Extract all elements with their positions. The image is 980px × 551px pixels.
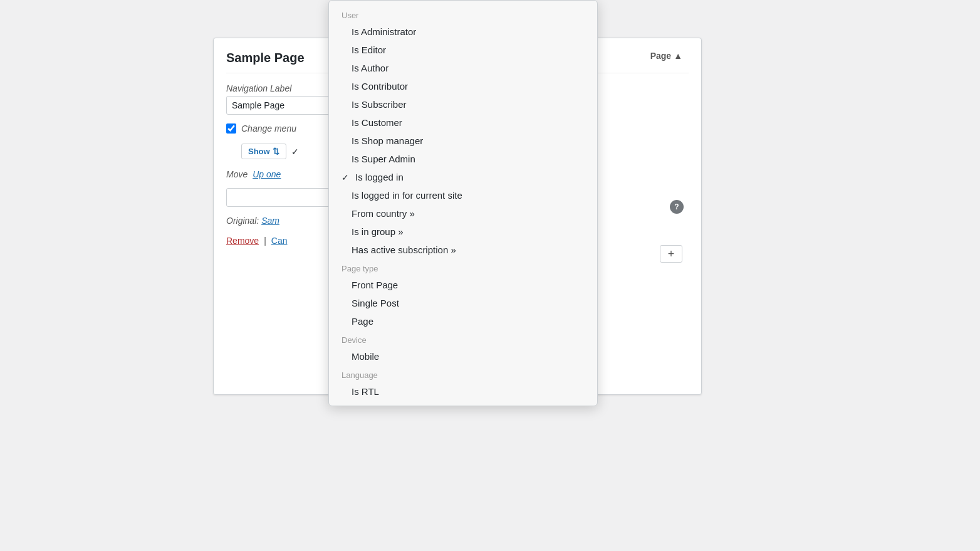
dropdown-item-label: Is Super Admin xyxy=(352,154,415,164)
dropdown-item-0-4[interactable]: Is Subscriber xyxy=(329,95,597,113)
dropdown-item-label: Is Shop manager xyxy=(352,135,423,146)
plus-button[interactable]: + xyxy=(660,245,682,263)
dropdown-item-0-5[interactable]: Is Customer xyxy=(329,113,597,132)
panel-title: Sample Page xyxy=(226,51,305,65)
dropdown-item-label: Front Page xyxy=(352,280,398,290)
sort-arrow-icon: ▲ xyxy=(674,51,682,61)
dropdown-item-3-0[interactable]: Is RTL xyxy=(329,382,597,401)
dropdown-item-1-1[interactable]: Single Post xyxy=(329,294,597,312)
dropdown-item-label: Is Customer xyxy=(352,117,402,128)
dropdown-item-label: Mobile xyxy=(352,351,379,362)
up-one-link[interactable]: Up one xyxy=(253,169,281,179)
cancel-link[interactable]: Can xyxy=(271,236,288,246)
dropdown-group-header-1: Page type xyxy=(329,259,597,276)
help-icon[interactable]: ? xyxy=(670,200,684,214)
dropdown-group-header-0: User xyxy=(329,6,597,23)
dropdown-item-label: Single Post xyxy=(352,298,399,308)
dropdown-item-0-1[interactable]: Is Editor xyxy=(329,41,597,59)
dropdown-item-label: Is Author xyxy=(352,63,388,73)
dropdown-group-header-3: Language xyxy=(329,365,597,382)
dropdown-item-0-12[interactable]: Has active subscription » xyxy=(329,241,597,259)
dropdown-item-0-11[interactable]: Is in group » xyxy=(329,223,597,241)
dropdown-item-label: Is in group » xyxy=(352,226,404,237)
dropdown-item-label: Is Administrator xyxy=(352,26,416,37)
dropdown-item-label: Is Contributor xyxy=(352,81,408,92)
dropdown-item-0-7[interactable]: Is Super Admin xyxy=(329,150,597,168)
dropdown-item-label: Is logged in for current site xyxy=(352,190,462,201)
dropdown-item-label: Is logged in xyxy=(355,172,404,182)
dropdown-item-0-8[interactable]: ✓Is logged in xyxy=(329,168,597,186)
show-button-label: Show xyxy=(248,147,270,156)
dropdown-item-0-0[interactable]: Is Administrator xyxy=(329,23,597,41)
original-link[interactable]: Sam xyxy=(261,216,279,226)
original-label: Original: xyxy=(226,216,259,226)
dropdown-item-0-2[interactable]: Is Author xyxy=(329,59,597,77)
dropdown-item-0-6[interactable]: Is Shop manager xyxy=(329,132,597,150)
dropdown-item-label: Has active subscription » xyxy=(352,244,456,255)
remove-link[interactable]: Remove xyxy=(226,236,259,246)
dropdown-item-label: Is Subscriber xyxy=(352,99,407,110)
separator: | xyxy=(264,236,266,246)
sort-icon: ⇅ xyxy=(273,147,279,156)
page-col-header: Page ▲ xyxy=(650,51,682,61)
dropdown-item-label: Is RTL xyxy=(352,386,379,397)
change-menu-label: Change menu xyxy=(241,123,296,134)
show-checkmark-icon: ✓ xyxy=(291,147,299,157)
page-col-label: Page xyxy=(650,51,671,61)
move-label: Move xyxy=(226,169,248,179)
dropdown-item-1-2[interactable]: Page xyxy=(329,312,597,330)
change-menu-checkbox[interactable] xyxy=(226,123,236,134)
dropdown-item-label: Page xyxy=(352,316,373,327)
dropdown-item-label: Is Editor xyxy=(352,45,386,55)
dropdown-group-header-2: Device xyxy=(329,330,597,347)
show-button[interactable]: Show ⇅ xyxy=(241,144,286,159)
dropdown-item-2-0[interactable]: Mobile xyxy=(329,347,597,365)
dropdown-menu: UserIs AdministratorIs EditorIs AuthorIs… xyxy=(328,0,598,406)
dropdown-item-0-3[interactable]: Is Contributor xyxy=(329,77,597,95)
dropdown-item-0-10[interactable]: From country » xyxy=(329,204,597,223)
dropdown-item-0-9[interactable]: Is logged in for current site xyxy=(329,186,597,204)
dropdown-item-1-0[interactable]: Front Page xyxy=(329,276,597,294)
checkmark-icon: ✓ xyxy=(341,172,352,182)
dropdown-item-label: From country » xyxy=(352,208,415,219)
